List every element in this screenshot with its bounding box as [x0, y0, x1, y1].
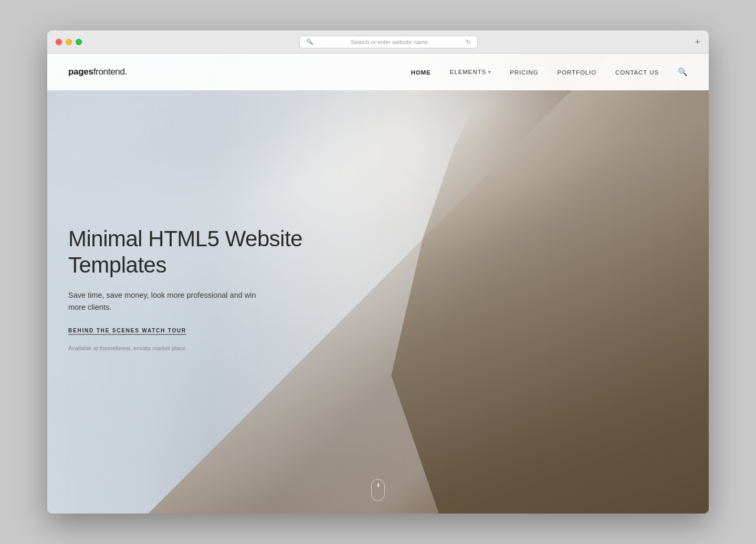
hero-content: Minimal HTML5 Website Templates Save tim… — [68, 215, 320, 351]
chevron-down-icon: ▾ — [488, 69, 491, 75]
nav-link-elements[interactable]: ELEMENTS — [450, 69, 486, 75]
logo-dot: . — [125, 67, 127, 77]
address-text: Search or enter website name — [317, 39, 463, 45]
logo-normal: frontend — [93, 67, 125, 77]
nav-search-item[interactable]: 🔍 — [678, 67, 688, 77]
url-bar[interactable]: 🔍 Search or enter website name ↻ — [299, 36, 478, 48]
reload-icon[interactable]: ↻ — [466, 38, 471, 46]
minimize-button[interactable] — [66, 39, 72, 45]
website-content: pagesfrontend. HOME ELEMENTS ▾ PRICING P… — [47, 54, 709, 514]
nav-link-pricing[interactable]: PRICING — [510, 69, 538, 76]
scroll-indicator — [371, 479, 385, 501]
logo-bold: pages — [68, 67, 93, 77]
new-tab-button[interactable]: + — [695, 37, 700, 47]
nav-link-home[interactable]: HOME — [411, 69, 431, 76]
hero-title: Minimal HTML5 Website Templates — [68, 226, 320, 279]
scroll-dot — [377, 483, 379, 487]
search-icon[interactable]: 🔍 — [678, 67, 688, 76]
nav-item-portfolio[interactable]: PORTFOLIO — [558, 67, 597, 77]
maximize-button[interactable] — [76, 39, 82, 45]
nav-link-contact[interactable]: CONTACT US — [615, 69, 659, 76]
close-button[interactable] — [56, 39, 62, 45]
search-icon: 🔍 — [306, 38, 313, 45]
nav-link-portfolio[interactable]: PORTFOLIO — [558, 69, 597, 76]
hero-subtitle: Save time, save money, look more profess… — [68, 289, 257, 313]
nav-item-elements[interactable]: ELEMENTS ▾ — [450, 69, 491, 75]
hero-market-text: Available at themeforest, envato market … — [68, 346, 320, 352]
nav-item-home[interactable]: HOME — [411, 67, 431, 77]
logo[interactable]: pagesfrontend. — [68, 67, 127, 77]
nav-dropdown-elements[interactable]: ELEMENTS ▾ — [450, 69, 491, 75]
nav-links: HOME ELEMENTS ▾ PRICING PORTFOLIO CONTAC… — [411, 67, 688, 77]
nav-item-contact[interactable]: CONTACT US — [615, 67, 659, 77]
address-bar: 🔍 Search or enter website name ↻ — [88, 36, 688, 48]
hero-cta-button[interactable]: BEHIND THE SCENES WATCH TOUR — [68, 328, 186, 335]
nav-item-pricing[interactable]: PRICING — [510, 67, 538, 77]
navigation: pagesfrontend. HOME ELEMENTS ▾ PRICING P… — [47, 54, 709, 90]
browser-chrome: 🔍 Search or enter website name ↻ + — [47, 30, 709, 54]
traffic-lights — [56, 39, 82, 45]
browser-window: 🔍 Search or enter website name ↻ + pages… — [47, 30, 709, 514]
